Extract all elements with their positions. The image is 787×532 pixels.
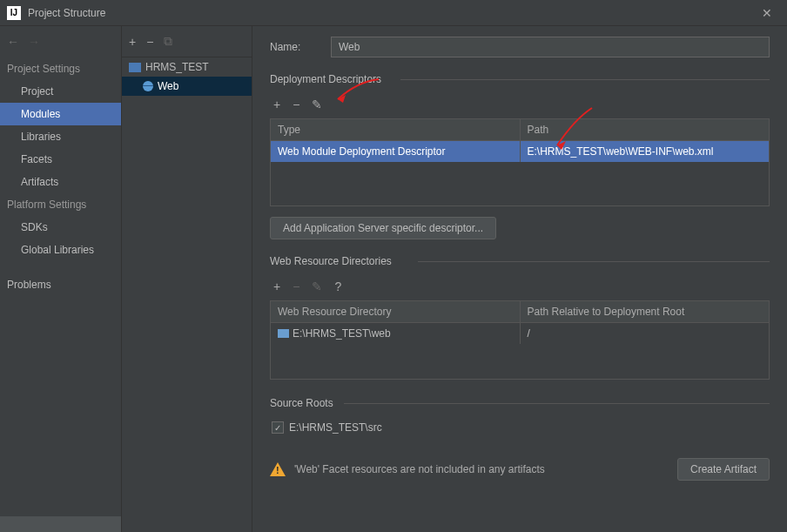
nav-arrows: ← → [0,26,121,57]
sidebar-item-sdks[interactable]: SDKs [0,216,121,239]
copy-icon: ⧉ [164,34,172,49]
module-folder-icon [129,63,141,72]
project-settings-header: Project Settings [0,57,121,80]
deployment-row[interactable]: Web Module Deployment Descriptor E:\HRMS… [271,141,769,162]
deployment-section-label: Deployment Descriptors [270,73,770,85]
tree-module[interactable]: HRMS_TEST [122,57,252,77]
web-resources-col-rel: Path Relative to Deployment Root [520,301,770,322]
app-icon: IJ [7,6,21,20]
web-resources-edit-icon: ✎ [312,279,322,293]
deployment-edit-icon[interactable]: ✎ [312,98,322,111]
sidebar-item-project[interactable]: Project [0,80,121,103]
titlebar: IJ Project Structure ✕ [0,0,787,26]
web-icon [143,81,153,91]
deployment-add-icon[interactable]: + [273,98,280,111]
source-root-path: E:\HRMS_TEST\src [289,421,382,434]
web-resources-toolbar: + − ✎ ? [270,274,770,300]
web-resources-help-icon[interactable]: ? [334,279,341,293]
tree-toolbar: + − ⧉ [122,26,252,57]
web-resources-row-rel: / [520,323,770,344]
sidebar-item-problems[interactable]: Problems [0,273,121,296]
create-artifact-button[interactable]: Create Artifact [677,458,770,481]
sidebar-item-libraries[interactable]: Libraries [0,125,121,148]
deployment-col-type: Type [271,119,520,140]
name-label: Name: [270,41,331,53]
web-resources-row-dir: E:\HRMS_TEST\web [271,323,520,344]
content-panel: Name: Deployment Descriptors + − ✎ Type … [252,26,787,532]
web-resources-row[interactable]: E:\HRMS_TEST\web / [271,323,769,344]
web-resources-table: Web Resource Directory Path Relative to … [270,300,770,380]
web-resources-table-header: Web Resource Directory Path Relative to … [271,301,769,323]
add-icon[interactable]: + [129,35,136,49]
platform-settings-header: Platform Settings [0,193,121,216]
warning-row: 'Web' Facet resources are not included i… [270,449,770,481]
deployment-row-type: Web Module Deployment Descriptor [271,141,520,162]
sidebar-item-artifacts[interactable]: Artifacts [0,171,121,193]
deployment-table: Type Path Web Module Deployment Descript… [270,118,770,206]
warning-icon [270,462,286,476]
deployment-row-path: E:\HRMS_TEST\web\WEB-INF\web.xml [520,141,770,162]
module-tree: + − ⧉ HRMS_TEST Web [122,26,252,532]
source-root-checkbox[interactable]: ✓ [272,421,284,434]
deployment-empty-space [271,162,769,205]
web-resources-section-label: Web Resource Directories [270,255,770,267]
source-root-row[interactable]: ✓ E:\HRMS_TEST\src [270,416,770,439]
remove-icon[interactable]: − [146,35,153,49]
tree-facet-label: Web [158,80,178,92]
sidebar-item-facets[interactable]: Facets [0,148,121,171]
sidebar-item-global-libraries[interactable]: Global Libraries [0,239,121,261]
sidebar-item-modules[interactable]: Modules [0,103,121,125]
web-resources-add-icon[interactable]: + [273,279,280,293]
web-resources-row-dir-text: E:\HRMS_TEST\web [293,327,391,340]
deployment-remove-icon[interactable]: − [293,98,299,111]
web-resources-empty-space [271,344,769,379]
close-button[interactable]: ✕ [754,0,780,26]
deployment-table-header: Type Path [271,119,769,141]
source-roots-section-label: Source Roots [270,397,770,409]
name-row: Name: [270,37,770,57]
name-input[interactable] [331,37,770,57]
forward-arrow-icon: → [28,35,40,49]
back-arrow-icon[interactable]: ← [7,35,19,49]
tree-module-label: HRMS_TEST [145,61,209,73]
folder-icon [278,329,289,338]
settings-sidebar: ← → Project Settings Project Modules Lib… [0,26,122,532]
warning-text: 'Web' Facet resources are not included i… [294,463,669,475]
deployment-toolbar: + − ✎ [270,92,770,118]
deployment-col-path: Path [520,119,770,140]
sidebar-footer [0,516,121,532]
tree-facet-web[interactable]: Web [122,77,252,96]
web-resources-remove-icon: − [293,279,299,293]
web-resources-col-dir: Web Resource Directory [271,301,520,322]
add-server-descriptor-button[interactable]: Add Application Server specific descript… [270,217,496,239]
window-title: Project Structure [28,7,754,19]
